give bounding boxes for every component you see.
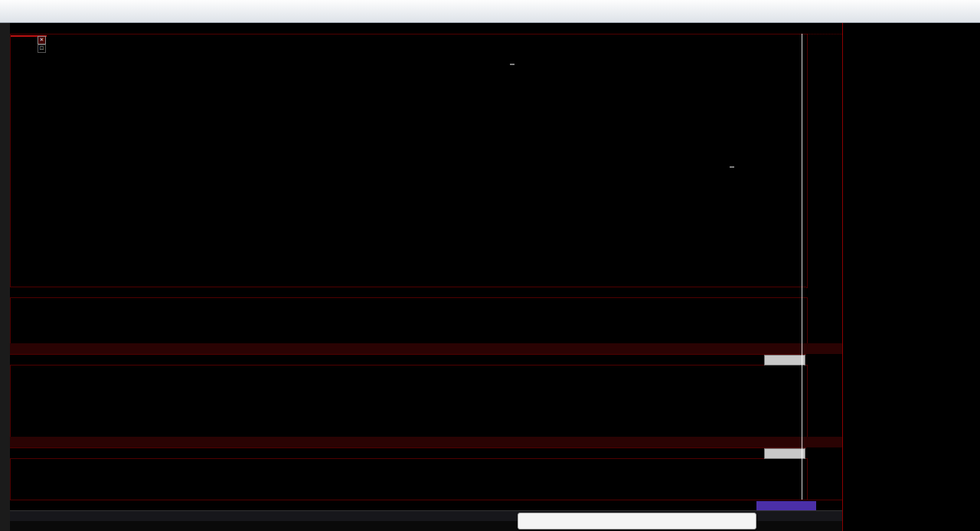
left-sidebar xyxy=(0,23,10,531)
time-axis-current-label xyxy=(756,501,816,510)
volume-tab-row xyxy=(10,343,842,354)
bbd-indicator-help-button[interactable] xyxy=(764,355,805,365)
macd-chart-canvas[interactable] xyxy=(10,458,808,501)
info-panel-close-icon[interactable]: ✕ xyxy=(38,36,46,44)
trading-app-window: ✕ ⊡ xyxy=(0,0,980,531)
top-toolbar xyxy=(0,0,980,23)
weibi-row xyxy=(843,57,980,72)
volume-chart-canvas[interactable] xyxy=(10,297,808,345)
quote-panel xyxy=(842,23,980,531)
macd-indicator-help-button[interactable] xyxy=(764,448,805,459)
crosshair-info-panel: ✕ ⊡ xyxy=(11,35,47,37)
sub-indicator-tab-row xyxy=(10,437,842,447)
info-panel-pin-icon[interactable]: ⊡ xyxy=(38,44,46,53)
current-price-row xyxy=(843,300,980,315)
range-label-top xyxy=(510,64,514,65)
range-label-mid xyxy=(730,166,734,168)
crosshair-vertical-line xyxy=(802,34,802,500)
secondary-index-row xyxy=(843,523,980,531)
volume-pane-header xyxy=(10,287,806,297)
intraday-mini-chart-canvas[interactable] xyxy=(864,323,959,507)
macd-pane-header xyxy=(10,447,806,458)
chart-header xyxy=(10,23,842,34)
bbd-pane-header xyxy=(10,354,806,365)
bbd-chart-canvas[interactable] xyxy=(10,365,808,438)
kline-chart-canvas[interactable] xyxy=(10,34,808,288)
time-axis xyxy=(10,500,842,511)
drawing-toolbar xyxy=(518,513,756,529)
